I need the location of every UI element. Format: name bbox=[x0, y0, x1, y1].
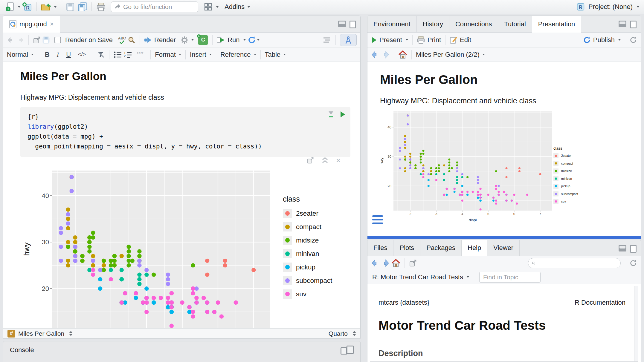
minimize-pane-icon[interactable] bbox=[619, 245, 626, 251]
clear-format-icon[interactable] bbox=[97, 51, 105, 59]
insert-menu[interactable]: Insert bbox=[190, 51, 206, 59]
format-menu[interactable]: Format bbox=[155, 51, 176, 59]
help-scrollbar[interactable] bbox=[634, 286, 638, 361]
italic-button[interactable]: I bbox=[54, 51, 62, 59]
popout-console-icon[interactable] bbox=[341, 347, 347, 355]
help-forward-icon[interactable] bbox=[381, 259, 390, 267]
run-button[interactable]: Run bbox=[217, 36, 245, 44]
slide-menu-icon[interactable] bbox=[372, 215, 383, 224]
present-dropdown[interactable] bbox=[406, 39, 408, 41]
print-presentation-button[interactable]: Print bbox=[417, 36, 441, 44]
new-file-dropdown[interactable] bbox=[18, 6, 20, 8]
code-chunk[interactable]: {r}library(ggplot2)ggplot(data = mpg) + … bbox=[20, 107, 350, 157]
run-chunk-icon[interactable] bbox=[340, 111, 346, 118]
project-dropdown[interactable] bbox=[637, 6, 639, 8]
help-home-icon[interactable] bbox=[391, 259, 400, 267]
insert-chunk-button[interactable]: C bbox=[198, 35, 208, 45]
outline-location-selector[interactable] bbox=[69, 331, 73, 336]
run-chunks-above-icon[interactable] bbox=[328, 111, 334, 118]
find-in-topic-input[interactable] bbox=[479, 272, 541, 283]
minimize-pane-icon[interactable] bbox=[619, 21, 626, 27]
gear-icon[interactable] bbox=[181, 36, 188, 44]
tab-history[interactable]: History bbox=[417, 16, 449, 32]
outline-icon[interactable] bbox=[322, 36, 331, 44]
minimize-pane-icon[interactable] bbox=[338, 21, 346, 27]
tab-packages[interactable]: Packages bbox=[420, 240, 462, 256]
pane-layout-button[interactable] bbox=[203, 1, 213, 12]
save-all-button[interactable] bbox=[77, 1, 87, 12]
home-slide-icon[interactable] bbox=[398, 50, 407, 59]
new-file-button[interactable] bbox=[5, 1, 15, 12]
slide-back-icon[interactable] bbox=[371, 51, 379, 59]
tab-presentation[interactable]: Presentation bbox=[532, 16, 582, 33]
help-back-icon[interactable] bbox=[371, 259, 379, 267]
find-icon[interactable] bbox=[128, 36, 135, 44]
tab-plots[interactable]: Plots bbox=[393, 240, 420, 256]
addins-dropdown[interactable] bbox=[248, 6, 250, 8]
reference-menu[interactable]: Reference bbox=[220, 51, 251, 59]
bold-button[interactable]: B bbox=[42, 51, 52, 59]
run-dropdown[interactable] bbox=[243, 39, 246, 41]
pane-layout-dropdown[interactable] bbox=[216, 6, 219, 8]
save-button[interactable] bbox=[65, 1, 75, 12]
print-button[interactable] bbox=[96, 1, 106, 12]
goto-file-input[interactable] bbox=[123, 3, 192, 10]
clear-output-icon[interactable]: × bbox=[336, 157, 341, 163]
table-menu-dropdown[interactable] bbox=[283, 54, 286, 55]
visual-mode-toggle[interactable] bbox=[340, 34, 357, 46]
slide-selector[interactable]: Miles Per Gallon (2/2) bbox=[416, 51, 480, 59]
format-menu-dropdown[interactable] bbox=[179, 54, 181, 55]
open-file-dropdown[interactable] bbox=[54, 6, 57, 8]
help-topic-selector[interactable]: R: Motor Trend Car Road Tests bbox=[372, 273, 463, 281]
render-button[interactable]: Render bbox=[144, 36, 176, 44]
slide-forward-icon[interactable] bbox=[381, 51, 390, 59]
project-selector[interactable]: R Project: (None) bbox=[576, 2, 639, 12]
slide-selector-dropdown[interactable] bbox=[483, 54, 485, 55]
maximize-console-icon[interactable] bbox=[347, 346, 354, 354]
table-menu[interactable]: Table bbox=[265, 51, 281, 59]
help-topic-dropdown[interactable] bbox=[467, 276, 469, 278]
forward-icon[interactable] bbox=[16, 36, 24, 44]
addins-button[interactable]: Addins bbox=[225, 3, 245, 11]
console-title[interactable]: Console bbox=[10, 346, 34, 354]
underline-button[interactable]: U bbox=[63, 51, 74, 59]
spellcheck-icon[interactable]: ABC bbox=[118, 36, 126, 44]
publish-button[interactable]: Publish bbox=[583, 36, 621, 44]
outline-location[interactable]: Miles Per Gallon bbox=[18, 330, 64, 337]
help-search-input[interactable] bbox=[538, 260, 617, 266]
maximize-pane-icon[interactable] bbox=[630, 21, 637, 28]
collapse-output-icon[interactable] bbox=[322, 157, 328, 164]
doc-format-selector[interactable] bbox=[352, 331, 356, 336]
maximize-pane-icon[interactable] bbox=[350, 21, 356, 28]
render-options-dropdown[interactable] bbox=[191, 39, 194, 41]
back-icon[interactable] bbox=[7, 36, 15, 44]
code-button[interactable]: </> bbox=[75, 51, 88, 58]
tab-viewer[interactable]: Viewer bbox=[487, 240, 520, 256]
numbered-list-icon[interactable]: 12 bbox=[124, 51, 132, 58]
document-editor[interactable]: Miles Per Gallon Highway MPG: Displaceme… bbox=[3, 62, 360, 328]
blockquote-icon[interactable]: ”” bbox=[134, 50, 146, 59]
publish-dropdown[interactable] bbox=[618, 39, 621, 41]
rerun-button[interactable] bbox=[248, 36, 260, 44]
tab-files[interactable]: Files bbox=[367, 240, 393, 256]
tab-environment[interactable]: Environment bbox=[367, 16, 417, 32]
help-search-box[interactable] bbox=[528, 258, 621, 268]
paragraph-style-select[interactable]: Normal bbox=[7, 51, 28, 59]
tab-connections[interactable]: Connections bbox=[449, 16, 498, 32]
tab-help[interactable]: Help bbox=[462, 240, 487, 256]
tab-tutorial[interactable]: Tutorial bbox=[498, 16, 532, 32]
refresh-help-icon[interactable] bbox=[629, 259, 637, 267]
render-on-save-checkbox[interactable] bbox=[54, 37, 61, 43]
tab-close-icon[interactable]: × bbox=[50, 20, 54, 28]
refresh-presentation-icon[interactable] bbox=[629, 36, 637, 44]
save-doc-icon[interactable] bbox=[42, 36, 50, 44]
popout-output-icon[interactable] bbox=[307, 157, 314, 164]
open-file-button[interactable] bbox=[41, 1, 51, 12]
insert-menu-dropdown[interactable] bbox=[209, 54, 212, 55]
goto-file-search[interactable] bbox=[111, 1, 198, 12]
reference-menu-dropdown[interactable] bbox=[254, 54, 256, 55]
doc-format-label[interactable]: Quarto bbox=[329, 330, 348, 337]
paragraph-style-dropdown[interactable] bbox=[31, 54, 33, 55]
tab-mpg-qmd[interactable]: mpg.qmd × bbox=[3, 16, 60, 33]
edit-presentation-button[interactable]: Edit bbox=[450, 36, 471, 44]
